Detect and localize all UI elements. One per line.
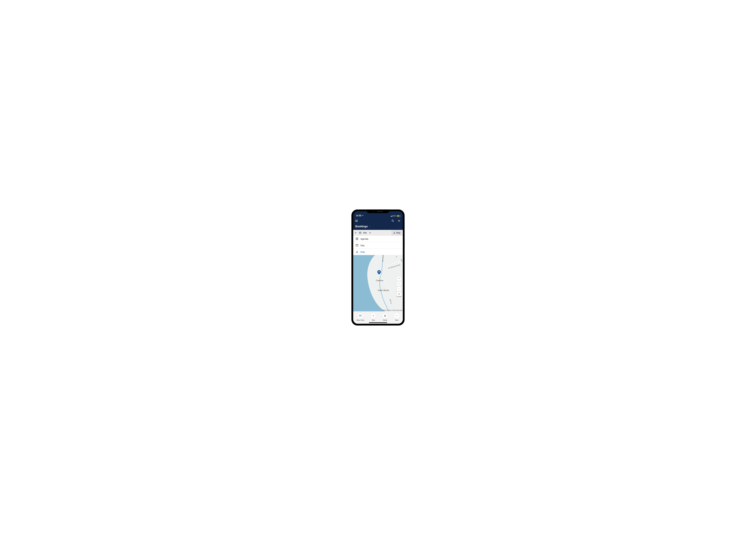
view-option-label: Map xyxy=(361,251,365,253)
svg-rect-30 xyxy=(385,315,386,317)
svg-rect-5 xyxy=(359,232,361,234)
chart-icon xyxy=(359,315,362,317)
delete-button[interactable]: Delete xyxy=(382,313,388,321)
signal-icon xyxy=(391,215,393,217)
map-place-label: Camano xyxy=(376,279,383,282)
show-chart-button[interactable]: Show Chart xyxy=(356,313,364,321)
view-mode-toggle[interactable]: Map xyxy=(392,230,402,236)
bottom-bar-label: Delete xyxy=(383,319,387,321)
map-pin-small-icon xyxy=(393,232,395,234)
map-canvas[interactable]: P SW Camano Dr W Camano Hill Rd Che Cama… xyxy=(353,255,403,311)
view-option-label: Agenda xyxy=(361,238,368,240)
menu-button[interactable] xyxy=(355,220,358,222)
svg-marker-22 xyxy=(398,277,399,279)
day-icon xyxy=(356,244,358,247)
month-label[interactable]: Mar xyxy=(363,232,367,234)
next-arrow-icon[interactable] xyxy=(369,232,371,234)
status-right-group: 5G E xyxy=(391,215,400,217)
map-icon xyxy=(356,250,358,253)
compass-icon xyxy=(398,277,400,280)
bottom-bar-label: New xyxy=(372,319,375,321)
page-title: Bookings xyxy=(355,225,368,228)
location-arrow-icon xyxy=(362,215,363,216)
map-attribution: ©2020 TomTom, ©2019 Microsoft xyxy=(382,310,402,311)
map-tilt-button[interactable] xyxy=(397,292,401,296)
chevron-down-icon xyxy=(369,226,371,227)
svg-rect-15 xyxy=(356,244,358,246)
svg-point-35 xyxy=(396,316,396,316)
date-toolbar: Mar Map xyxy=(353,230,403,236)
map-place-label: Indian Beach xyxy=(378,289,389,291)
bottom-bar-label: More xyxy=(395,319,399,321)
add-button[interactable] xyxy=(397,219,401,222)
svg-point-37 xyxy=(397,316,398,316)
prev-arrow-icon[interactable] xyxy=(355,232,357,234)
tilt-icon xyxy=(398,293,400,295)
app-header: Bookings xyxy=(353,217,403,230)
view-option-agenda[interactable]: Agenda xyxy=(353,236,403,242)
network-label: 5G E xyxy=(393,215,396,217)
phone-notch xyxy=(367,210,389,213)
view-option-day[interactable]: Day xyxy=(353,242,403,249)
view-option-map[interactable]: Map xyxy=(353,249,403,255)
view-mode-label: Map xyxy=(396,232,400,234)
more-icon xyxy=(396,315,398,317)
bottom-action-bar: Show Chart New Delete More xyxy=(353,311,403,324)
app-screen: 12:52 5G E Bookings xyxy=(353,211,403,324)
search-icon[interactable] xyxy=(391,219,394,222)
trash-icon xyxy=(384,315,386,317)
home-indicator[interactable] xyxy=(369,323,387,323)
map-pin[interactable] xyxy=(377,270,381,275)
agenda-icon xyxy=(356,238,358,240)
svg-point-0 xyxy=(392,220,393,221)
battery-icon xyxy=(397,215,400,217)
plus-icon xyxy=(372,315,374,317)
more-button[interactable]: More xyxy=(394,313,400,321)
bottom-bar-label: Show Chart xyxy=(356,319,364,321)
view-option-label: Day xyxy=(361,244,364,247)
status-time-group: 12:52 xyxy=(356,214,363,217)
map-road-label: P xyxy=(396,256,397,258)
status-time: 12:52 xyxy=(356,214,362,217)
map-zoom-out-button[interactable] xyxy=(397,287,401,291)
map-zoom-in-button[interactable] xyxy=(397,281,401,286)
map-locate-button[interactable] xyxy=(397,276,401,281)
svg-marker-26 xyxy=(398,294,400,295)
calendar-icon[interactable] xyxy=(359,232,362,234)
page-title-dropdown[interactable]: Bookings xyxy=(355,225,401,228)
svg-line-1 xyxy=(393,221,394,222)
phone-side-button xyxy=(405,239,405,246)
map-roads-layer xyxy=(353,255,403,311)
view-options-list: Agenda Day Map xyxy=(353,236,403,255)
map-controls xyxy=(397,276,401,296)
minus-icon xyxy=(398,288,400,290)
svg-point-36 xyxy=(397,316,397,316)
phone-frame: 12:52 5G E Bookings xyxy=(351,210,405,325)
plus-icon xyxy=(398,283,400,285)
new-button[interactable]: New xyxy=(371,313,376,321)
svg-point-21 xyxy=(379,271,379,272)
